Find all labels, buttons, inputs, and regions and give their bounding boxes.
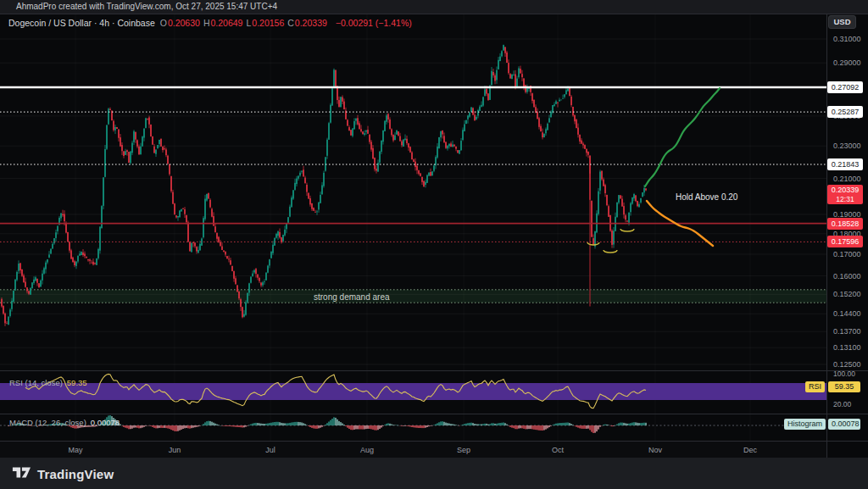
month-label: Jul <box>265 446 275 454</box>
price-tick-label: 0.13100 <box>833 342 861 353</box>
month-label: Sep <box>457 446 470 454</box>
month-label: Nov <box>648 446 662 454</box>
symbol-info-row[interactable]: Dogecoin / US Dollar · 4h · Coinbase O0.… <box>8 18 412 28</box>
symbol-title[interactable]: Dogecoin / US Dollar · 4h · Coinbase <box>8 18 155 28</box>
rsi-title-text: RSI (14, close) <box>9 378 63 387</box>
month-label: May <box>68 446 82 454</box>
price-tick-label: 0.23000 <box>833 141 861 151</box>
price-tick-label: 0.12500 <box>833 359 861 370</box>
level-price-label: 0.21843 <box>827 158 863 170</box>
price-tick-label: 0.16000 <box>833 271 861 281</box>
price-label-value: 0.21843 <box>832 160 860 169</box>
price-tick-label: 0.21000 <box>833 174 861 184</box>
price-tick-label: 0.17000 <box>833 249 861 259</box>
tradingview-logo[interactable]: TradingView <box>11 463 114 485</box>
rsi-scale-bottom: 20.00 <box>833 400 851 408</box>
price-change: −0.00291 (−1.41%) <box>336 18 412 28</box>
hold-above-annotation: Hold Above 0.20 <box>676 192 737 202</box>
rsi-pane-title[interactable]: RSI (14, close)59.35 <box>9 378 87 387</box>
ohlc-key: O <box>160 18 167 28</box>
price-tick-label: 0.14400 <box>833 308 861 319</box>
price-label-value: 0.25287 <box>832 108 860 116</box>
price-tick-label: 0.31000 <box>833 34 861 44</box>
macd-value-chip: 0.00078 <box>828 419 860 430</box>
ohlc-key: C <box>287 18 294 28</box>
price-label-value: 0.27092 <box>832 83 860 92</box>
month-label: Jun <box>169 446 181 454</box>
rsi-value-chip: 59.35 <box>828 381 860 392</box>
last-price-label: 0.2033912:31 <box>827 185 863 204</box>
price-label-value: 0.17596 <box>832 237 860 246</box>
demand-area-annotation: strong demand area <box>314 292 390 302</box>
price-tick-label: 0.15200 <box>833 289 861 299</box>
tradingview-chart-window: AhmadPro created with TradingView.com, O… <box>0 0 868 489</box>
last-price-label: 0.17596 <box>827 236 863 247</box>
macd-histogram-chip: Histogram <box>784 419 826 430</box>
price-tick-label: 0.13700 <box>833 326 861 336</box>
price-label-value: 0.20339 <box>832 186 860 194</box>
tradingview-logo-text: TradingView <box>37 467 114 481</box>
ohlc-key: L <box>246 18 251 28</box>
ohlc-value: 0.20339 <box>295 18 327 28</box>
level-price-label: 0.27092 <box>827 81 863 93</box>
level-price-label: 0.25287 <box>827 106 863 118</box>
chart-canvas[interactable] <box>0 0 868 489</box>
ohlc-values: O0.20630H0.20649L0.20156C0.20339 <box>160 18 331 28</box>
last-price-label: 0.18528 <box>827 218 863 230</box>
price-tick-label: 0.29000 <box>833 58 861 68</box>
currency-toggle-button[interactable]: USD <box>828 15 856 29</box>
ohlc-value: 0.20156 <box>252 18 284 28</box>
macd-title-text: MACD (12, 26, close) <box>9 418 86 427</box>
ohlc-value: 0.20630 <box>168 18 200 28</box>
rsi-scale-top: 100.00 <box>833 370 855 378</box>
ohlc-key: H <box>203 18 210 28</box>
countdown-timer: 12:31 <box>827 195 863 204</box>
macd-pane-title[interactable]: MACD (12, 26, close)0.00078 <box>9 418 120 427</box>
rsi-title-value: 59.35 <box>67 378 87 387</box>
month-label: Oct <box>552 446 564 454</box>
tradingview-logo-icon <box>11 463 31 485</box>
month-label: Dec <box>743 446 757 454</box>
rsi-chip: RSI <box>805 381 825 392</box>
ohlc-value: 0.20649 <box>210 18 242 28</box>
bottom-bar: TradingView <box>0 458 868 489</box>
price-label-value: 0.18528 <box>832 219 860 228</box>
macd-title-value: 0.00078 <box>91 418 120 427</box>
month-label: Aug <box>360 446 374 454</box>
